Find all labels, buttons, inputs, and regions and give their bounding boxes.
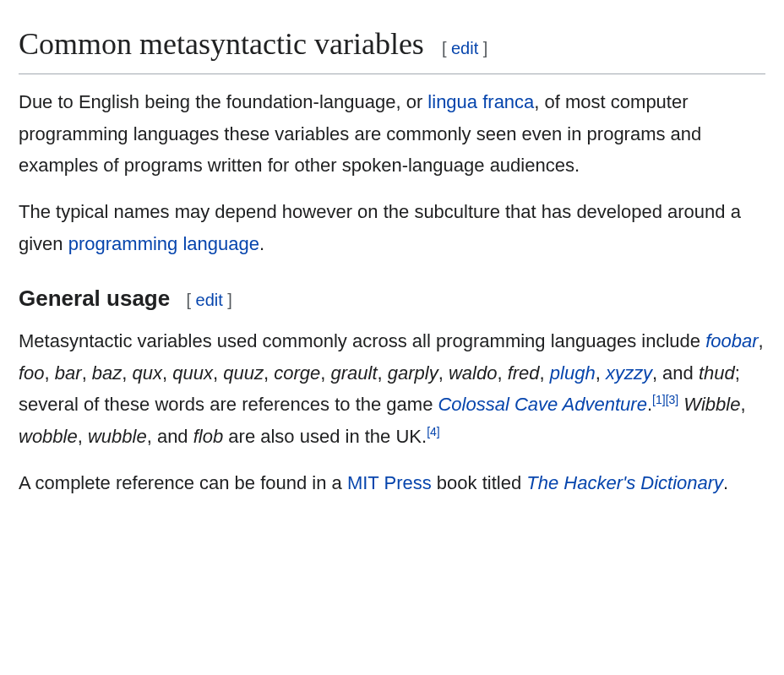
sep: , — [596, 362, 606, 384]
and: , and — [147, 426, 193, 447]
edit-section: [ edit ] — [186, 291, 232, 309]
text: Metasyntactic variables used commonly ac… — [19, 330, 705, 351]
bracket-open: [ — [442, 39, 451, 57]
var-baz: baz — [92, 362, 122, 384]
var-foo: foo — [19, 362, 45, 384]
var-bar: bar — [55, 362, 82, 384]
link-programming-language[interactable]: programming language — [68, 233, 259, 254]
var-quuz: quuz — [223, 362, 264, 384]
reference: [1] — [652, 393, 666, 406]
var-qux: qux — [133, 362, 162, 384]
link-plugh[interactable]: plugh — [550, 362, 596, 384]
heading-title: Common metasyntactic variables — [19, 27, 424, 61]
var-flob: flob — [193, 426, 223, 447]
sep: , — [320, 362, 330, 384]
ref-link-4[interactable]: [4] — [427, 424, 440, 438]
text: are also used in the UK. — [223, 426, 427, 447]
link-xyzzy[interactable]: xyzzy — [606, 362, 652, 384]
paragraph: The typical names may depend however on … — [19, 196, 765, 259]
var-fred: fred — [508, 362, 540, 384]
var-grault: grault — [330, 362, 377, 384]
link-hackers-dictionary[interactable]: The Hacker's Dictionary — [526, 472, 723, 493]
bracket-close: ] — [223, 291, 232, 309]
link-foobar[interactable]: foobar — [705, 330, 758, 351]
sep: , — [759, 330, 764, 351]
subsection-heading: General usage [ edit ] — [19, 280, 765, 317]
subheading-title: General usage — [19, 286, 170, 311]
sep: , — [740, 394, 745, 415]
sep: , — [122, 362, 132, 384]
sep: , — [78, 426, 88, 447]
edit-link[interactable]: edit — [196, 291, 223, 309]
reference: [4] — [427, 424, 440, 438]
section-heading: Common metasyntactic variables [ edit ] — [19, 19, 765, 74]
paragraph: Due to English being the foundation-lang… — [19, 86, 765, 181]
sep: , — [213, 362, 223, 384]
var-waldo: waldo — [449, 362, 497, 384]
var-thud: thud — [699, 362, 735, 384]
reference: [3] — [666, 393, 679, 406]
sep: , — [540, 362, 550, 384]
sep: , — [497, 362, 507, 384]
sep: , — [162, 362, 172, 384]
and: , and — [652, 362, 699, 384]
sep: , — [45, 362, 55, 384]
ref-link-1[interactable]: [1] — [652, 393, 666, 406]
var-wobble: wobble — [19, 426, 78, 447]
bracket-close: ] — [478, 39, 487, 57]
var-wubble: wubble — [88, 426, 147, 447]
var-quux: quux — [172, 362, 213, 384]
sep: , — [438, 362, 449, 384]
text: . — [723, 472, 728, 493]
edit-link[interactable]: edit — [451, 39, 478, 57]
paragraph: Metasyntactic variables used commonly ac… — [19, 325, 765, 452]
bracket-open: [ — [186, 291, 195, 309]
var-corge: corge — [274, 362, 320, 384]
var-garply: garply — [388, 362, 438, 384]
edit-section: [ edit ] — [442, 39, 488, 57]
sep: , — [264, 362, 274, 384]
link-lingua-franca[interactable]: lingua franca — [427, 91, 534, 112]
link-colossal-cave-adventure[interactable]: Colossal Cave Adventure — [438, 394, 646, 415]
var-wibble: Wibble — [683, 394, 740, 415]
text: . — [259, 233, 264, 254]
text: A complete reference can be found in a — [19, 472, 347, 493]
link-mit-press[interactable]: MIT Press — [347, 472, 432, 493]
text: Due to English being the foundation-lang… — [19, 91, 427, 112]
ref-link-3[interactable]: [3] — [666, 393, 679, 406]
text: book titled — [432, 472, 527, 493]
sep: , — [82, 362, 92, 384]
sep: , — [378, 362, 388, 384]
paragraph: A complete reference can be found in a M… — [19, 467, 765, 498]
